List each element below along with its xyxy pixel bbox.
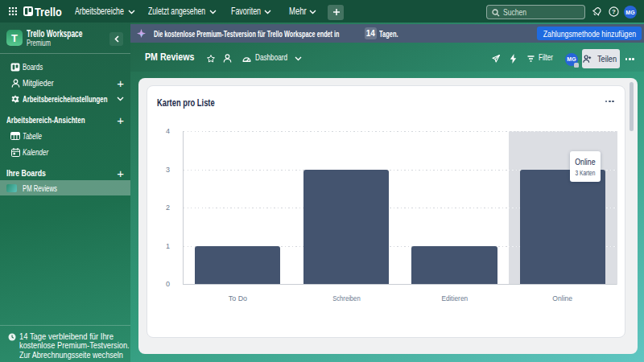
svg-text:?: ? bbox=[612, 8, 616, 15]
